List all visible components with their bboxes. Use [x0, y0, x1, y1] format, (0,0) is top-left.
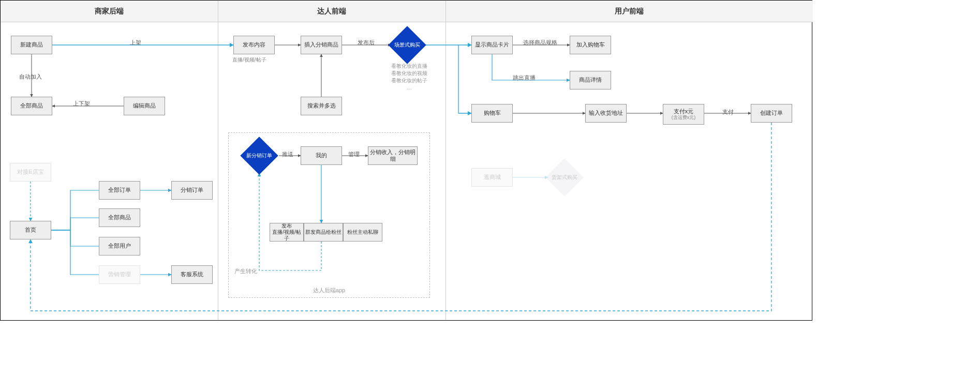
- node-insert-goods: 插入分销商品: [301, 36, 342, 54]
- node-marketing: 营销管理: [99, 265, 140, 284]
- label-publish-sub: 直播/视频/帖子: [232, 56, 266, 64]
- node-new-product: 新建商品: [11, 36, 52, 54]
- node-dist-orders: 分销订单: [171, 181, 213, 200]
- node-create-order: 创建订单: [751, 104, 792, 123]
- note-scene: 看教化妆的直播 看教化妆的视频 看教化妆的帖子 …: [378, 63, 440, 92]
- label-convert: 产生转化: [234, 267, 257, 275]
- node-all-orders: 全部订单: [99, 181, 140, 200]
- node-cart: 购物车: [471, 104, 513, 123]
- label-pay: 支付: [722, 108, 734, 116]
- lane-title: 用户前端: [615, 7, 644, 16]
- label-auto-join: 自动加入: [19, 73, 42, 81]
- diamond-shelf-buy: 货架式购买: [545, 158, 584, 197]
- node-mine: 我的: [301, 146, 342, 165]
- label-select-spec: 选择商品规格: [523, 39, 557, 47]
- lane-title: 达人前端: [317, 7, 346, 16]
- group-label: 达人后端app: [229, 287, 429, 294]
- node-dist-income: 分销收入，分销明细: [368, 146, 418, 165]
- lane-header-user: 用户前端: [446, 1, 813, 22]
- node-all-users: 全部用户: [99, 237, 140, 255]
- label-after-publish: 发布后: [358, 39, 375, 47]
- node-pay: 支付x元 (含运费x元): [663, 104, 704, 125]
- label-manage: 管理: [348, 151, 360, 158]
- node-input-addr: 输入收货地址: [585, 104, 627, 123]
- lane-title: 商家后端: [95, 7, 124, 16]
- node-show-card: 显示商品卡片: [471, 36, 513, 54]
- node-fan-dm: 粉丝主动私聊: [343, 223, 382, 242]
- node-edit-product: 编辑商品: [124, 97, 165, 115]
- diamond-scene-buy: 场景式购买: [388, 26, 426, 64]
- node-search-select: 搜索并多选: [301, 97, 342, 115]
- label-jump-live: 跳出直播: [513, 74, 536, 82]
- lane-divider: [446, 1, 446, 320]
- lane-header-merchant: 商家后端: [1, 1, 218, 22]
- label-list: 上架: [130, 39, 141, 47]
- lane-divider: [218, 1, 218, 320]
- lane-header-creator: 达人前端: [218, 1, 446, 22]
- node-mass-send: 群发商品给粉丝: [304, 223, 343, 242]
- node-all-products: 全部商品: [11, 97, 52, 115]
- node-home: 首页: [10, 221, 51, 239]
- node-edianbao: 对接E店宝: [10, 163, 51, 182]
- node-pub-live: 发布 直播/视频/帖子: [270, 223, 304, 242]
- flowchart-canvas: 商家后端 达人前端 用户前端: [0, 0, 812, 321]
- node-back-mall: 逛商城: [471, 168, 513, 187]
- node-all-products2: 全部商品: [99, 208, 140, 227]
- label-shelf: 上下架: [73, 100, 90, 108]
- node-product-detail: 商品详情: [570, 71, 611, 89]
- node-add-cart: 加入购物车: [570, 36, 611, 54]
- node-cs-system: 客服系统: [171, 265, 213, 284]
- node-publish: 发布内容: [233, 36, 275, 54]
- label-push: 推送: [282, 151, 293, 158]
